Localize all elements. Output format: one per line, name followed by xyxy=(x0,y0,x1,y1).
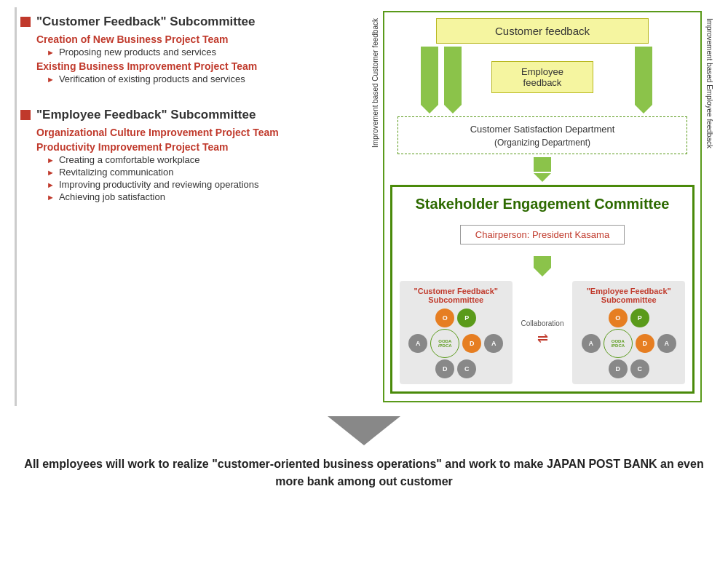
section-divider xyxy=(20,92,357,100)
circle-d-right: D xyxy=(636,334,654,353)
improvement-left-label: Improvement based Customer feedback xyxy=(371,18,380,148)
employee-subcommittee-title: "Employee Feedback" Subcommittee xyxy=(36,108,256,122)
down-arrow-icon xyxy=(328,416,400,445)
outer-frame: Customer feedback xyxy=(383,11,702,402)
red-square-icon xyxy=(20,17,31,27)
customer-subcommittee-circle-box: "Customer Feedback" Subcommittee O P xyxy=(400,281,513,384)
customer-subcommittee-header: "Customer Feedback" Subcommittee xyxy=(20,15,357,29)
ooda-pdca-right: OODA/PDCA xyxy=(604,329,633,358)
existing-team-title: Existing Business Improvement Project Te… xyxy=(36,60,357,72)
right-panel: Improvement based Customer feedback Cust… xyxy=(364,7,721,406)
stakeholder-box: Stakeholder Engagement Committee Chairpe… xyxy=(390,185,695,394)
circle-a2-left: A xyxy=(484,334,503,353)
satisfaction-dept-box: Customer Satisfaction Department (Organi… xyxy=(397,116,687,154)
productivity-team-title: Productivity Improvement Project Team xyxy=(36,141,357,153)
circle-c-left: C xyxy=(457,359,476,378)
arrow-icon-2: ► xyxy=(47,75,55,84)
red-square-icon-2 xyxy=(20,110,31,120)
existing-team-bullet: ► Verification of existing products and … xyxy=(47,73,357,84)
circle-o-right: O xyxy=(609,309,628,327)
arrow-icon-5: ► xyxy=(47,180,55,189)
improvement-right-label: Improvement based Employee feedback xyxy=(705,18,713,148)
circle-o-left: O xyxy=(435,309,454,327)
arrow-icon-3: ► xyxy=(47,156,55,164)
main-container: "Customer Feedback" Subcommittee Creatio… xyxy=(0,0,728,561)
bottom-text: All employees will work to realize "cust… xyxy=(7,450,721,496)
customer-subcommittee-title: "Customer Feedback" Subcommittee xyxy=(36,15,255,29)
customer-subcommittee-circle-title: "Customer Feedback" Subcommittee xyxy=(405,287,507,304)
circle-p-right: P xyxy=(630,309,649,327)
employee-subcommittee-circle-title: "Employee Feedback" Subcommittee xyxy=(578,287,679,304)
left-panel: "Customer Feedback" Subcommittee Creatio… xyxy=(15,7,364,406)
employee-subcommittee-header: "Employee Feedback" Subcommittee xyxy=(20,108,357,122)
circle-c-right: C xyxy=(630,359,649,378)
circle-a1-left: A xyxy=(408,334,427,353)
bullet4: ► Achieving job satisfaction xyxy=(47,191,357,202)
org-culture-team-title: Organizational Culture Improvement Proje… xyxy=(36,127,357,138)
bullet2: ► Revitalizing communication xyxy=(47,167,357,178)
circle-d-bottom-right: D xyxy=(609,359,628,378)
bullet1: ► Creating a comfortable workplace xyxy=(47,154,357,165)
circle-a2-right: A xyxy=(657,334,676,353)
down-arrow-container xyxy=(7,416,721,445)
circle-a1-right: A xyxy=(582,334,601,353)
stakeholder-title: Stakeholder Engagement Committee xyxy=(400,194,685,213)
chairperson-box: Chairperson: President Kasama xyxy=(460,225,625,244)
circle-p-left: P xyxy=(457,309,476,327)
creation-team-bullet: ► Proposing new products and services xyxy=(47,47,357,57)
bullet3: ► Improving productivity and reviewing o… xyxy=(47,179,357,190)
circle-d-left: D xyxy=(462,334,481,353)
arrow-icon-1: ► xyxy=(47,48,55,57)
employee-feedback-box: Employee feedback xyxy=(491,61,593,93)
collaboration-area: Collaboration ⇌ xyxy=(518,281,567,384)
creation-team-title: Creation of New Business Project Team xyxy=(36,33,357,45)
arrow-icon-4: ► xyxy=(47,168,55,177)
top-section: "Customer Feedback" Subcommittee Creatio… xyxy=(7,7,721,406)
subcommittees-row: "Customer Feedback" Subcommittee O P xyxy=(400,281,685,384)
arrow-icon-6: ► xyxy=(47,193,55,202)
employee-subcommittee-circle-box: "Employee Feedback" Subcommittee O P xyxy=(572,281,685,384)
customer-feedback-box: Customer feedback xyxy=(436,18,649,44)
ooda-pdca-left: OODA/PDCA xyxy=(430,329,459,358)
circle-d-bottom-left: D xyxy=(435,359,454,378)
